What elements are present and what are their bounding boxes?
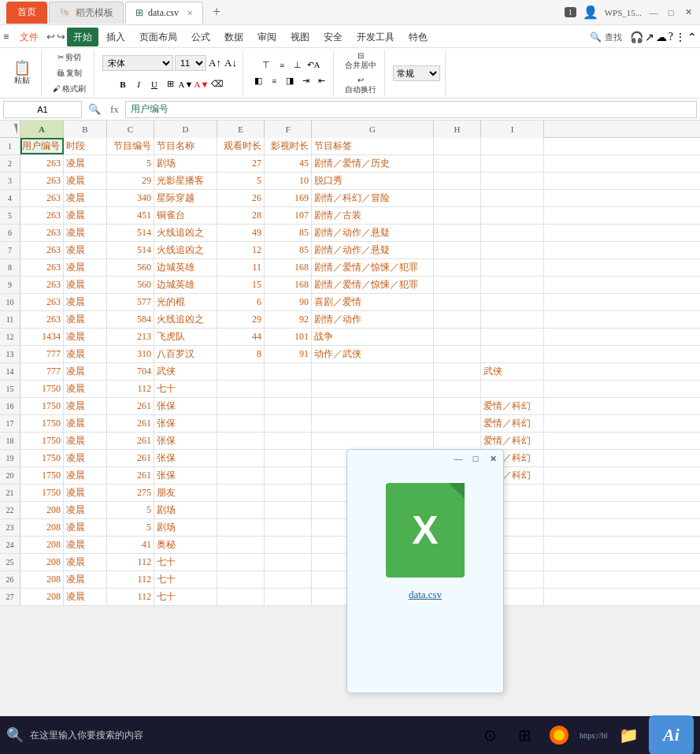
cell-3-g[interactable]: 脱口秀 bbox=[312, 173, 434, 189]
cell-2-d[interactable]: 剧场 bbox=[154, 155, 217, 172]
cell-13-a[interactable]: 777 bbox=[20, 346, 64, 362]
ribbon-tab-insert[interactable]: 插入 bbox=[100, 28, 131, 46]
number-format-select[interactable]: 常规 bbox=[393, 65, 440, 81]
cell-15-d[interactable]: 七十 bbox=[154, 381, 217, 397]
cut-btn[interactable]: ✂ 剪切 bbox=[54, 50, 84, 65]
cell-5-f[interactable]: 107 bbox=[265, 207, 312, 224]
ribbon-tab-file[interactable]: 文件 bbox=[13, 28, 45, 46]
cell-19-b[interactable]: 凌晨 bbox=[64, 450, 107, 466]
cell-6-h[interactable] bbox=[434, 225, 481, 241]
cell-7-d[interactable]: 火线追凶之 bbox=[154, 242, 217, 258]
cell-21-e[interactable] bbox=[217, 485, 265, 501]
taskbar-app-browser[interactable] bbox=[545, 721, 573, 749]
headphone-icon[interactable]: 🎧 bbox=[630, 31, 643, 44]
windows-icon[interactable]: 🔍 bbox=[6, 726, 24, 744]
border-btn[interactable]: ⊞ bbox=[163, 77, 177, 91]
font-size-select[interactable]: 11 bbox=[175, 55, 206, 71]
cell-10-i[interactable] bbox=[481, 294, 544, 310]
cell-18-g[interactable] bbox=[312, 433, 434, 449]
tab-file[interactable]: ⊞ data.csv ✕ bbox=[125, 2, 203, 24]
cell-9-a[interactable]: 263 bbox=[20, 277, 64, 293]
cell-18-a[interactable]: 1750 bbox=[20, 433, 64, 449]
cell-1-d[interactable]: 节目名称 bbox=[154, 138, 217, 154]
cell-22-e[interactable] bbox=[217, 502, 265, 518]
cell-10-e[interactable]: 6 bbox=[217, 294, 265, 310]
row-num-23[interactable]: 23 bbox=[0, 519, 20, 537]
cell-12-f[interactable]: 101 bbox=[265, 329, 312, 345]
cell-4-a[interactable]: 263 bbox=[20, 190, 64, 206]
cell-reference-input[interactable] bbox=[3, 101, 82, 118]
row-num-5[interactable]: 5 bbox=[0, 207, 20, 225]
cell-25-d[interactable]: 七十 bbox=[154, 554, 217, 570]
cell-15-f[interactable] bbox=[265, 381, 312, 397]
cell-1-a[interactable]: 用户编号 bbox=[20, 138, 64, 154]
cell-25-e[interactable] bbox=[217, 554, 265, 570]
cell-2-c[interactable]: 5 bbox=[107, 155, 154, 172]
cell-11-f[interactable]: 92 bbox=[265, 311, 312, 328]
cell-27-b[interactable]: 凌晨 bbox=[64, 589, 107, 605]
cell-17-g[interactable] bbox=[312, 415, 434, 432]
cell-5-i[interactable] bbox=[481, 207, 544, 224]
cell-1-c[interactable]: 节目编号 bbox=[107, 138, 154, 154]
cell-7-h[interactable] bbox=[434, 242, 481, 258]
cell-27-a[interactable]: 208 bbox=[20, 589, 64, 605]
maximize-btn[interactable]: □ bbox=[665, 7, 676, 18]
ribbon-tab-quick2[interactable]: ↪ bbox=[57, 31, 65, 43]
cell-15-i[interactable] bbox=[481, 381, 544, 397]
cell-9-b[interactable]: 凌晨 bbox=[64, 277, 107, 293]
cell-25-a[interactable]: 208 bbox=[20, 554, 64, 570]
col-header-h[interactable]: H bbox=[434, 121, 481, 138]
row-num-18[interactable]: 18 bbox=[0, 433, 20, 450]
cell-13-b[interactable]: 凌晨 bbox=[64, 346, 107, 362]
cell-9-f[interactable]: 168 bbox=[265, 277, 312, 293]
tab-template[interactable]: 🐚 稻壳模板 bbox=[49, 2, 124, 24]
font-color-btn[interactable]: A▼ bbox=[194, 77, 209, 91]
align-left-icon[interactable]: ◧ bbox=[251, 74, 265, 88]
cell-24-b[interactable]: 凌晨 bbox=[64, 537, 107, 553]
cell-14-e[interactable] bbox=[217, 363, 265, 380]
cell-20-d[interactable]: 张保 bbox=[154, 467, 217, 484]
cell-13-e[interactable]: 8 bbox=[217, 346, 265, 362]
cell-11-d[interactable]: 火线追凶之 bbox=[154, 311, 217, 328]
row-num-1[interactable]: 1 bbox=[0, 138, 20, 155]
taskbar-app-folder[interactable]: 📁 bbox=[614, 721, 643, 749]
cell-9-h[interactable] bbox=[434, 277, 481, 293]
row-num-11[interactable]: 11 bbox=[0, 311, 20, 329]
align-right-icon[interactable]: ◨ bbox=[283, 74, 297, 88]
row-num-9[interactable]: 9 bbox=[0, 277, 20, 294]
col-header-f[interactable]: F bbox=[265, 121, 312, 138]
ribbon-tab-view[interactable]: 视图 bbox=[284, 28, 316, 46]
col-header-a[interactable]: A bbox=[20, 121, 64, 138]
cell-1-b[interactable]: 时段 bbox=[64, 138, 107, 154]
cell-11-i[interactable] bbox=[481, 311, 544, 328]
cell-16-e[interactable] bbox=[217, 398, 265, 414]
popup-filename[interactable]: data.csv bbox=[409, 589, 442, 601]
cell-14-i[interactable]: 武侠 bbox=[481, 363, 544, 380]
help-icon[interactable]: ? bbox=[669, 31, 673, 43]
cell-23-d[interactable]: 剧场 bbox=[154, 519, 217, 536]
cell-12-h[interactable] bbox=[434, 329, 481, 345]
cell-16-c[interactable]: 261 bbox=[107, 398, 154, 414]
collapse-icon[interactable]: ⌃ bbox=[687, 31, 697, 44]
formula-input[interactable] bbox=[125, 101, 697, 118]
cell-16-f[interactable] bbox=[265, 398, 312, 414]
cell-26-a[interactable]: 208 bbox=[20, 571, 64, 588]
cell-4-e[interactable]: 26 bbox=[217, 190, 265, 206]
cell-15-c[interactable]: 112 bbox=[107, 381, 154, 397]
cell-6-f[interactable]: 85 bbox=[265, 225, 312, 241]
tab-home[interactable]: 首页 bbox=[6, 2, 47, 24]
rotate-text-icon[interactable]: ↶A bbox=[306, 58, 320, 72]
cell-22-b[interactable]: 凌晨 bbox=[64, 502, 107, 518]
row-num-22[interactable]: 22 bbox=[0, 502, 20, 519]
cell-3-i[interactable] bbox=[481, 173, 544, 189]
cell-24-f[interactable] bbox=[265, 537, 312, 553]
cell-15-a[interactable]: 1750 bbox=[20, 381, 64, 397]
cell-9-d[interactable]: 边城英雄 bbox=[154, 277, 217, 293]
cell-2-h[interactable] bbox=[434, 155, 481, 172]
cell-9-c[interactable]: 560 bbox=[107, 277, 154, 293]
cell-15-g[interactable] bbox=[312, 381, 434, 397]
cell-20-f[interactable] bbox=[265, 467, 312, 484]
cell-5-e[interactable]: 28 bbox=[217, 207, 265, 224]
cell-5-h[interactable] bbox=[434, 207, 481, 224]
cell-20-c[interactable]: 261 bbox=[107, 467, 154, 484]
